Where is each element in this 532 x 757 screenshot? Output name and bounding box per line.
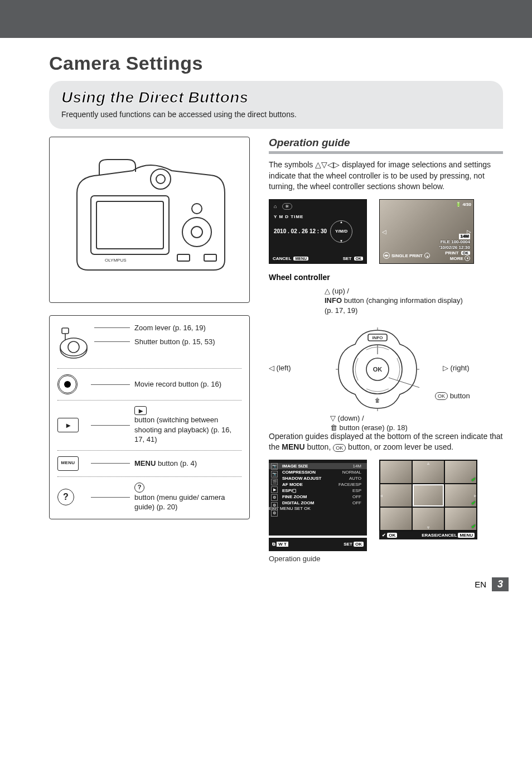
playback-row: button (switching between shooting and p… — [57, 400, 241, 445]
menu-tab-icon: 🎬 — [271, 479, 278, 485]
zoom-lever-icon — [57, 324, 91, 363]
print-nav-icon: ◂▸ — [383, 252, 390, 259]
photo-counter: 🔋 4/30 — [456, 202, 471, 208]
arrow-symbols-icon: △▽◁▷ — [315, 160, 340, 171]
page-body: Camera Settings Using the Direct Buttons… — [0, 38, 532, 568]
svg-point-5 — [151, 169, 171, 189]
menu-side-icons: 📷 📷 🎬 ▶ ⚙ ⚙ ⚙ — [271, 463, 278, 517]
menu-row: FINE ZOOMOFF — [269, 494, 367, 500]
svg-rect-8 — [204, 254, 216, 261]
menu-tag: MENU — [293, 257, 308, 261]
right-triangle-icon: ▷ — [443, 364, 448, 372]
lcd-examples-row: ⌂✳ Y M D TIME 2010 . 02 . 26 12 : 30 Y/M… — [269, 199, 503, 264]
down-circle-icon: ▾ — [465, 255, 470, 261]
camera-illustration: OLYMPUS — [57, 143, 241, 293]
svg-point-2 — [182, 218, 211, 247]
ymd-selector-icon: Y/M/D — [330, 220, 352, 243]
nav-up-icon: ▵ — [427, 461, 429, 466]
wt-label: W T — [277, 542, 288, 547]
playback-icon — [57, 418, 79, 432]
menu-row: DIGITAL ZOOMOFF — [269, 500, 367, 506]
menu-tab-icon: ⚙ — [271, 494, 278, 501]
menu-tab-icon: 📷 — [271, 463, 278, 470]
print-label: PRINT — [445, 250, 458, 255]
trash-icon: 🗑 — [330, 423, 337, 432]
check-icon: ✔ — [471, 500, 476, 506]
top-dark-bar — [0, 0, 532, 38]
ok-tag: OK — [304, 506, 311, 511]
operation-guide-paragraph: The symbols △▽◁▷ displayed for image sel… — [269, 160, 503, 192]
more-label: MORE — [450, 255, 463, 261]
lcd-menu-screen: 📷 📷 🎬 ▶ ⚙ ⚙ ⚙ IMAGE SIZE14MCOMPRESSIONNO… — [269, 460, 367, 536]
zoom-lever-label: Zoom lever (p. 16, 19) — [134, 324, 206, 332]
lcd-thumbnail-screen: ✔ ✔ ✔ ▵ ▿ ◃ ▹ — [379, 460, 477, 531]
heading-rule — [269, 151, 503, 154]
bottom-screens-row: 📷 📷 🎬 ▶ ⚙ ⚙ ⚙ IMAGE SIZE14MCOMPRESSIONNO… — [269, 460, 503, 563]
svg-text:INFO: INFO — [372, 335, 383, 340]
wheel-controller-icon: OK INFO 🗑 — [336, 327, 419, 413]
wheel-right-label: (right) — [448, 364, 470, 372]
lcd-date-screen: ⌂✳ Y M D TIME 2010 . 02 . 26 12 : 30 Y/M… — [269, 199, 367, 264]
ok-tag: OK — [461, 251, 471, 255]
svg-rect-1 — [96, 201, 163, 249]
thumb-footer-bar: ✔ OK ERASE/CANCEL MENU — [379, 531, 477, 539]
svg-point-6 — [156, 175, 165, 184]
page-number: 3 — [492, 577, 509, 591]
svg-text:🗑: 🗑 — [375, 397, 380, 403]
ok-tag: OK — [354, 257, 364, 261]
svg-rect-7 — [177, 254, 190, 261]
menu-tab-icon: ▶ — [271, 486, 278, 493]
erase-cancel-label: ERASE/CANCEL — [422, 533, 457, 538]
movie-record-row: Movie record button (p. 16) — [57, 368, 241, 394]
menu-tag: MENU — [280, 506, 293, 511]
svg-point-4 — [192, 204, 202, 214]
cancel-label: CANCEL — [273, 256, 291, 261]
home-icon: ⌂ — [274, 204, 277, 209]
ok-icon: OK — [333, 444, 346, 452]
down-triangle-icon: ▽ — [330, 414, 336, 422]
nav-down-icon: ▿ — [427, 525, 429, 530]
ok-tag: OK — [354, 542, 364, 547]
section-intro-card: Using the Direct Buttons Frequently used… — [49, 81, 503, 129]
movie-record-label: Movie record button (p. 16) — [134, 379, 241, 389]
lcd-playback-screen: ◁ ▷ 🔋 4/30 14M FILE 100-0004 '10/02/26 1… — [379, 199, 474, 264]
menu-tab-icon: ⚙ — [271, 502, 278, 509]
svg-text:OK: OK — [373, 366, 383, 373]
ymdt-label: Y M D TIME — [274, 214, 362, 219]
right-column: Operation guide The symbols △▽◁▷ display… — [269, 137, 503, 563]
menu-row: AF MODEFACE/iESP — [269, 481, 367, 488]
operation-guide-heading: Operation guide — [269, 137, 503, 149]
page-title: Camera Settings — [49, 52, 503, 74]
svg-rect-0 — [91, 196, 169, 254]
menu-button-row: MENU MENU button (p. 4) — [57, 450, 241, 471]
menu-tag: MENU — [458, 533, 475, 538]
playback-label: button (switching between shooting and p… — [134, 406, 241, 445]
nav-left-icon: ◃ — [380, 493, 383, 498]
crop-icon: ⧉ — [272, 542, 275, 547]
guide-button-row: ? ? button (menu guide/ camera guide) (p… — [57, 476, 241, 512]
left-column: OLYMPUS — [49, 137, 250, 519]
info-bold: INFO — [325, 296, 342, 305]
set-label: SET — [343, 256, 352, 261]
record-icon — [57, 374, 78, 394]
operation-guide-bottom-paragraph: Operation guides displayed at the bottom… — [269, 431, 503, 453]
help-icon: ? — [57, 489, 74, 505]
language-label: EN — [475, 580, 486, 589]
menu-screens-column: 📷 📷 🎬 ▶ ⚙ ⚙ ⚙ IMAGE SIZE14MCOMPRESSIONNO… — [269, 460, 367, 563]
lcd-zoom-bar: ⧉ W T SET OK — [269, 538, 367, 551]
wheel-up-label-b: button (changing information display) (p… — [325, 296, 463, 315]
wheel-controller-diagram: △ (up) / INFO button (changing informati… — [269, 286, 503, 431]
wheel-down-label-b: button (erase) (p. 18) — [337, 423, 408, 432]
menu-row: COMPRESSIONNORMAL — [269, 469, 367, 475]
menu-row: ESP/▢ESP — [269, 488, 367, 494]
menu-button-label: MENU button (p. 4) — [134, 459, 241, 469]
shutter-button-label: Shutter button (p. 15, 53) — [134, 337, 215, 346]
svg-point-3 — [191, 226, 202, 238]
ok-tag: OK — [387, 533, 397, 538]
wheel-up-label-a: (up) / — [330, 287, 349, 295]
guide-button-label: ? button (menu guide/ camera guide) (p. … — [134, 483, 241, 512]
wheel-down-label-a: (down) / — [336, 414, 364, 422]
up-circle-icon: ▴ — [424, 253, 430, 258]
section-intro-text: Frequently used functions can be accesse… — [61, 110, 491, 119]
svg-rect-13 — [62, 328, 69, 334]
